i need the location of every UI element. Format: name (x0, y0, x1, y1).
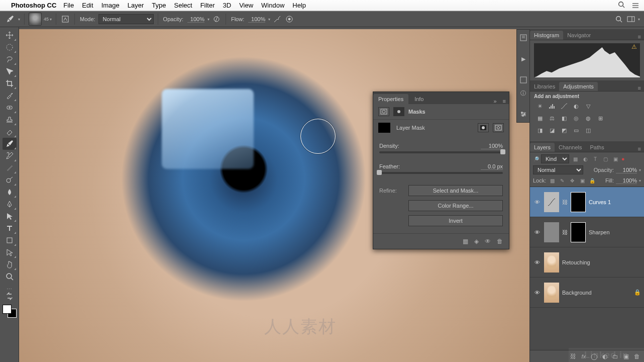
tab-adjustments[interactable]: Adjustments (559, 82, 598, 91)
healing-brush-tool[interactable] (3, 102, 17, 114)
current-tool-icon[interactable] (4, 15, 16, 23)
filter-pixel-icon[interactable]: ▦ (571, 155, 579, 163)
marquee-tool[interactable] (3, 41, 17, 53)
eyedropper-tool[interactable] (3, 89, 17, 102)
add-vector-mask-icon[interactable] (493, 123, 504, 132)
panel-menu-icon[interactable]: ≡ (500, 98, 509, 104)
visibility-icon[interactable]: 👁 (533, 199, 541, 205)
density-slider[interactable]: Density:100% (373, 141, 509, 155)
feather-slider[interactable]: Feather:0.0 px (373, 161, 509, 176)
color-range-button[interactable]: Color Range... (408, 200, 503, 211)
tab-properties[interactable]: Properties (373, 94, 408, 104)
layer-blend-select[interactable]: Normal (533, 165, 583, 174)
collapse-icon[interactable]: » (490, 98, 499, 104)
layer-retouching[interactable]: 👁 Retouching (530, 247, 644, 278)
zoom-tool[interactable] (3, 270, 17, 283)
vibrance-icon[interactable]: ▽ (584, 102, 592, 110)
lasso-tool[interactable] (3, 53, 17, 65)
levels-icon[interactable] (548, 102, 556, 110)
blur-tool[interactable] (3, 186, 17, 198)
colorlookup-icon[interactable]: ⊞ (596, 114, 604, 122)
layer-name[interactable]: Sharpen (589, 229, 641, 235)
select-and-mask-button[interactable]: Select and Mask... (408, 185, 503, 196)
actions-icon[interactable]: ▶ (518, 54, 528, 64)
crop-tool[interactable] (3, 77, 17, 89)
layer-thumb[interactable] (544, 283, 559, 303)
fill-value[interactable]: 100% (616, 177, 637, 184)
exposure-icon[interactable]: ◐ (572, 102, 580, 110)
menu-select[interactable]: Select (174, 2, 192, 9)
add-pixel-mask-icon[interactable] (478, 123, 489, 132)
opacity-value[interactable]: 100% (187, 16, 204, 23)
threshold-icon[interactable]: ◩ (560, 126, 568, 134)
menu-filter[interactable]: Filter (200, 2, 215, 9)
dodge-tool[interactable] (3, 174, 17, 186)
lock-trans-icon[interactable]: ▩ (548, 176, 556, 185)
character-icon[interactable] (518, 75, 528, 85)
visibility-icon[interactable]: 👁 (533, 259, 541, 265)
pressure-size-icon[interactable] (284, 14, 294, 24)
posterize-icon[interactable]: ◪ (548, 126, 556, 134)
invert-icon[interactable]: ◨ (536, 126, 544, 134)
invert-button[interactable]: Invert (408, 215, 503, 226)
menu-type[interactable]: Type (152, 2, 166, 9)
menu-file[interactable]: File (63, 2, 74, 9)
swap-colors-icon[interactable] (3, 293, 17, 300)
link-icon[interactable]: ⛓ (562, 199, 568, 205)
layer-mask-thumb[interactable] (571, 222, 586, 242)
vector-mask-icon[interactable] (393, 107, 404, 116)
menu-window[interactable]: Window (261, 2, 284, 9)
menu-image[interactable]: Image (101, 2, 120, 9)
tab-paths[interactable]: Paths (586, 143, 608, 152)
gradmap-icon[interactable]: ▭ (572, 126, 580, 134)
shape-tool[interactable] (3, 234, 17, 246)
filter-adjust-icon[interactable]: ◐ (581, 155, 589, 163)
brush-tool[interactable] (3, 138, 17, 150)
bw-icon[interactable]: ◧ (560, 114, 568, 122)
brush-panel-toggle-icon[interactable] (60, 14, 70, 24)
layer-opacity-value[interactable]: 100% (616, 167, 637, 173)
properties-mini-icon[interactable] (518, 109, 528, 119)
tab-navigator[interactable]: Navigator (563, 31, 595, 40)
visibility-icon[interactable]: 👁 (533, 290, 541, 296)
visibility-icon[interactable]: 👁 (533, 229, 541, 235)
chanmix-icon[interactable]: ◍ (584, 114, 592, 122)
workspace-switcher-icon[interactable] (626, 14, 636, 24)
airbrush-icon[interactable] (272, 14, 282, 24)
search-icon[interactable] (618, 1, 625, 10)
search-ps-icon[interactable] (614, 14, 624, 24)
gradient-tool[interactable] (3, 162, 17, 174)
tab-info[interactable]: Info (409, 94, 428, 104)
color-swatches[interactable] (3, 305, 17, 318)
menu-edit[interactable]: Edit (82, 2, 93, 9)
lock-all-icon[interactable]: 🔒 (588, 176, 596, 185)
menu-list-icon[interactable] (632, 3, 639, 9)
filter-type-icon[interactable]: T (591, 155, 599, 163)
type-tool[interactable] (3, 222, 17, 234)
tab-channels[interactable]: Channels (555, 143, 586, 152)
curves-icon[interactable] (560, 102, 568, 110)
pixel-mask-icon[interactable] (378, 107, 389, 116)
layer-name[interactable]: Retouching (562, 259, 641, 265)
blend-mode-select[interactable]: Normal (98, 14, 154, 24)
app-name[interactable]: Photoshop CC (11, 2, 56, 9)
layer-thumb-adjust[interactable] (544, 192, 559, 212)
menu-view[interactable]: View (239, 2, 253, 9)
layer-thumb[interactable] (544, 222, 559, 242)
mask-thumbnail[interactable] (378, 123, 390, 133)
colorbal-icon[interactable]: ⚖ (548, 114, 556, 122)
hue-icon[interactable]: ▦ (536, 114, 544, 122)
foreground-color[interactable] (3, 305, 12, 314)
menu-layer[interactable]: Layer (128, 2, 144, 9)
tab-libraries[interactable]: Libraries (530, 82, 559, 91)
eraser-tool[interactable] (3, 126, 17, 138)
tab-layers[interactable]: Layers (530, 143, 555, 152)
feather-value[interactable]: 0.0 px (481, 163, 503, 170)
load-selection-icon[interactable]: ▦ (463, 238, 468, 245)
pressure-opacity-icon[interactable] (211, 14, 222, 24)
disable-mask-icon[interactable]: 👁 (485, 238, 491, 245)
density-value[interactable]: 100% (481, 143, 503, 149)
move-tool[interactable] (3, 29, 17, 41)
properties-panel[interactable]: Properties Info » ≡ Masks Layer Mask Den… (373, 92, 509, 249)
filter-smart-icon[interactable]: ▣ (611, 155, 619, 163)
